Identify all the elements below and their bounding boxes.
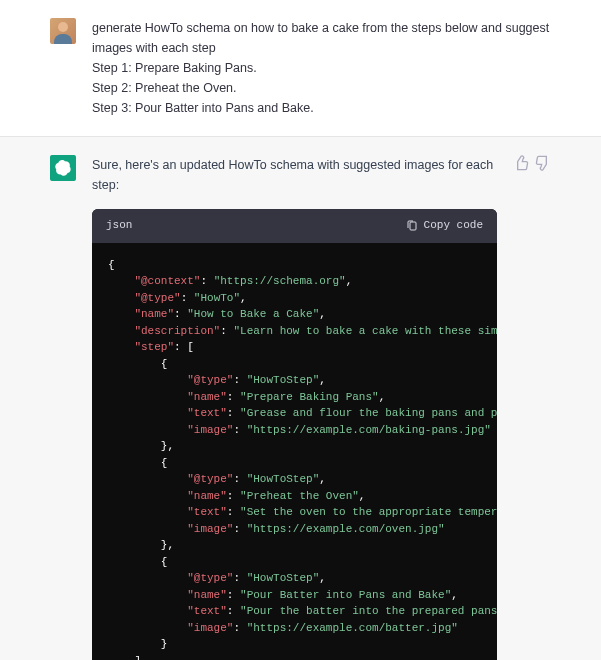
user-line: Step 2: Preheat the Oven.: [92, 78, 551, 98]
user-line: Step 1: Prepare Baking Pans.: [92, 58, 551, 78]
assistant-message: Sure, here's an updated HowTo schema wit…: [0, 137, 601, 660]
user-line: Step 3: Pour Batter into Pans and Bake.: [92, 98, 551, 118]
assistant-intro: Sure, here's an updated HowTo schema wit…: [92, 155, 497, 195]
thumbs-up-icon[interactable]: [513, 155, 529, 171]
assistant-content: Sure, here's an updated HowTo schema wit…: [92, 155, 497, 660]
svg-rect-0: [410, 222, 416, 230]
user-message: generate HowTo schema on how to bake a c…: [0, 0, 601, 137]
user-text: generate HowTo schema on how to bake a c…: [92, 18, 551, 118]
clipboard-icon: [406, 220, 418, 232]
copy-code-label: Copy code: [424, 217, 483, 235]
feedback-buttons: [513, 155, 551, 660]
assistant-avatar: [50, 155, 76, 181]
user-avatar: [50, 18, 76, 44]
code-language-label: json: [106, 217, 132, 235]
code-header: json Copy code: [92, 209, 497, 243]
code-content[interactable]: { "@context": "https://schema.org", "@ty…: [92, 243, 497, 660]
code-block: json Copy code { "@context": "https://sc…: [92, 209, 497, 660]
copy-code-button[interactable]: Copy code: [406, 217, 483, 235]
user-line: generate HowTo schema on how to bake a c…: [92, 18, 551, 58]
thumbs-down-icon[interactable]: [535, 155, 551, 171]
